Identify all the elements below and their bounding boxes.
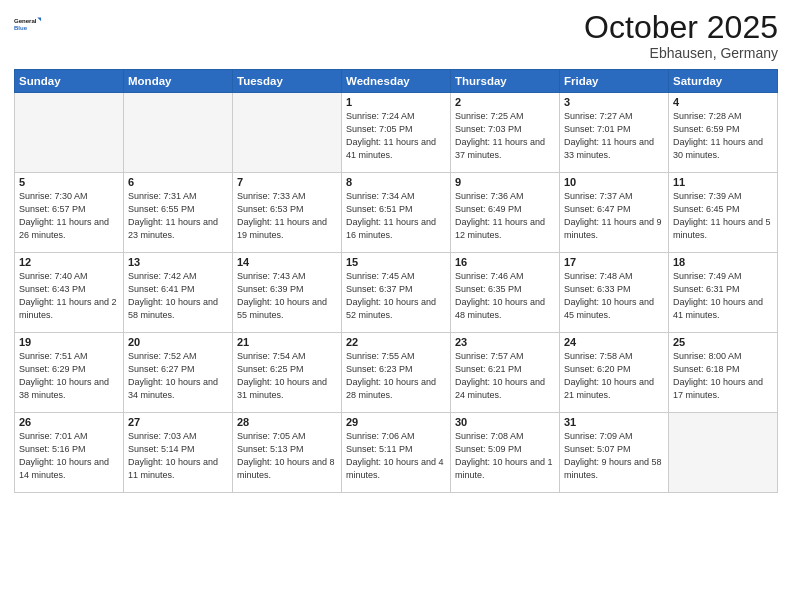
week-row-3: 12Sunrise: 7:40 AM Sunset: 6:43 PM Dayli… — [15, 253, 778, 333]
day-info-8: Sunrise: 7:34 AM Sunset: 6:51 PM Dayligh… — [346, 190, 446, 242]
day-number-26: 26 — [19, 416, 119, 428]
day-info-28: Sunrise: 7:05 AM Sunset: 5:13 PM Dayligh… — [237, 430, 337, 482]
page: GeneralBlue October 2025 Ebhausen, Germa… — [0, 0, 792, 612]
day-number-25: 25 — [673, 336, 773, 348]
day-info-17: Sunrise: 7:48 AM Sunset: 6:33 PM Dayligh… — [564, 270, 664, 322]
title-block: October 2025 Ebhausen, Germany — [584, 10, 778, 61]
day-info-25: Sunrise: 8:00 AM Sunset: 6:18 PM Dayligh… — [673, 350, 773, 402]
cell-w3-d6: 17Sunrise: 7:48 AM Sunset: 6:33 PM Dayli… — [560, 253, 669, 333]
day-number-30: 30 — [455, 416, 555, 428]
cell-w3-d1: 12Sunrise: 7:40 AM Sunset: 6:43 PM Dayli… — [15, 253, 124, 333]
day-info-1: Sunrise: 7:24 AM Sunset: 7:05 PM Dayligh… — [346, 110, 446, 162]
cell-w4-d1: 19Sunrise: 7:51 AM Sunset: 6:29 PM Dayli… — [15, 333, 124, 413]
cell-w1-d7: 4Sunrise: 7:28 AM Sunset: 6:59 PM Daylig… — [669, 93, 778, 173]
day-info-22: Sunrise: 7:55 AM Sunset: 6:23 PM Dayligh… — [346, 350, 446, 402]
day-info-30: Sunrise: 7:08 AM Sunset: 5:09 PM Dayligh… — [455, 430, 555, 482]
day-number-16: 16 — [455, 256, 555, 268]
cell-w3-d5: 16Sunrise: 7:46 AM Sunset: 6:35 PM Dayli… — [451, 253, 560, 333]
cell-w3-d3: 14Sunrise: 7:43 AM Sunset: 6:39 PM Dayli… — [233, 253, 342, 333]
day-info-31: Sunrise: 7:09 AM Sunset: 5:07 PM Dayligh… — [564, 430, 664, 482]
logo: GeneralBlue — [14, 10, 42, 38]
day-number-10: 10 — [564, 176, 664, 188]
day-number-23: 23 — [455, 336, 555, 348]
day-info-18: Sunrise: 7:49 AM Sunset: 6:31 PM Dayligh… — [673, 270, 773, 322]
day-number-17: 17 — [564, 256, 664, 268]
day-info-9: Sunrise: 7:36 AM Sunset: 6:49 PM Dayligh… — [455, 190, 555, 242]
day-info-14: Sunrise: 7:43 AM Sunset: 6:39 PM Dayligh… — [237, 270, 337, 322]
header-tuesday: Tuesday — [233, 70, 342, 93]
day-info-27: Sunrise: 7:03 AM Sunset: 5:14 PM Dayligh… — [128, 430, 228, 482]
header-monday: Monday — [124, 70, 233, 93]
header-saturday: Saturday — [669, 70, 778, 93]
day-info-2: Sunrise: 7:25 AM Sunset: 7:03 PM Dayligh… — [455, 110, 555, 162]
cell-w5-d7 — [669, 413, 778, 493]
day-number-24: 24 — [564, 336, 664, 348]
cell-w2-d6: 10Sunrise: 7:37 AM Sunset: 6:47 PM Dayli… — [560, 173, 669, 253]
cell-w4-d7: 25Sunrise: 8:00 AM Sunset: 6:18 PM Dayli… — [669, 333, 778, 413]
cell-w5-d4: 29Sunrise: 7:06 AM Sunset: 5:11 PM Dayli… — [342, 413, 451, 493]
day-number-6: 6 — [128, 176, 228, 188]
day-number-3: 3 — [564, 96, 664, 108]
header-wednesday: Wednesday — [342, 70, 451, 93]
svg-text:Blue: Blue — [14, 25, 28, 31]
day-number-2: 2 — [455, 96, 555, 108]
calendar-table: Sunday Monday Tuesday Wednesday Thursday… — [14, 69, 778, 493]
day-number-12: 12 — [19, 256, 119, 268]
day-number-27: 27 — [128, 416, 228, 428]
month-title: October 2025 — [584, 10, 778, 45]
header: GeneralBlue October 2025 Ebhausen, Germa… — [14, 10, 778, 61]
day-info-3: Sunrise: 7:27 AM Sunset: 7:01 PM Dayligh… — [564, 110, 664, 162]
cell-w2-d1: 5Sunrise: 7:30 AM Sunset: 6:57 PM Daylig… — [15, 173, 124, 253]
day-info-11: Sunrise: 7:39 AM Sunset: 6:45 PM Dayligh… — [673, 190, 773, 242]
day-number-19: 19 — [19, 336, 119, 348]
day-info-12: Sunrise: 7:40 AM Sunset: 6:43 PM Dayligh… — [19, 270, 119, 322]
day-info-5: Sunrise: 7:30 AM Sunset: 6:57 PM Dayligh… — [19, 190, 119, 242]
day-number-15: 15 — [346, 256, 446, 268]
day-info-4: Sunrise: 7:28 AM Sunset: 6:59 PM Dayligh… — [673, 110, 773, 162]
day-number-21: 21 — [237, 336, 337, 348]
day-number-14: 14 — [237, 256, 337, 268]
week-row-5: 26Sunrise: 7:01 AM Sunset: 5:16 PM Dayli… — [15, 413, 778, 493]
day-number-28: 28 — [237, 416, 337, 428]
day-info-29: Sunrise: 7:06 AM Sunset: 5:11 PM Dayligh… — [346, 430, 446, 482]
cell-w4-d3: 21Sunrise: 7:54 AM Sunset: 6:25 PM Dayli… — [233, 333, 342, 413]
day-number-22: 22 — [346, 336, 446, 348]
cell-w3-d7: 18Sunrise: 7:49 AM Sunset: 6:31 PM Dayli… — [669, 253, 778, 333]
cell-w3-d2: 13Sunrise: 7:42 AM Sunset: 6:41 PM Dayli… — [124, 253, 233, 333]
cell-w5-d5: 30Sunrise: 7:08 AM Sunset: 5:09 PM Dayli… — [451, 413, 560, 493]
day-number-4: 4 — [673, 96, 773, 108]
cell-w3-d4: 15Sunrise: 7:45 AM Sunset: 6:37 PM Dayli… — [342, 253, 451, 333]
cell-w2-d7: 11Sunrise: 7:39 AM Sunset: 6:45 PM Dayli… — [669, 173, 778, 253]
day-number-7: 7 — [237, 176, 337, 188]
cell-w5-d3: 28Sunrise: 7:05 AM Sunset: 5:13 PM Dayli… — [233, 413, 342, 493]
cell-w1-d6: 3Sunrise: 7:27 AM Sunset: 7:01 PM Daylig… — [560, 93, 669, 173]
cell-w2-d4: 8Sunrise: 7:34 AM Sunset: 6:51 PM Daylig… — [342, 173, 451, 253]
cell-w4-d4: 22Sunrise: 7:55 AM Sunset: 6:23 PM Dayli… — [342, 333, 451, 413]
week-row-4: 19Sunrise: 7:51 AM Sunset: 6:29 PM Dayli… — [15, 333, 778, 413]
cell-w4-d6: 24Sunrise: 7:58 AM Sunset: 6:20 PM Dayli… — [560, 333, 669, 413]
cell-w4-d5: 23Sunrise: 7:57 AM Sunset: 6:21 PM Dayli… — [451, 333, 560, 413]
svg-marker-2 — [37, 17, 41, 21]
day-number-1: 1 — [346, 96, 446, 108]
cell-w1-d5: 2Sunrise: 7:25 AM Sunset: 7:03 PM Daylig… — [451, 93, 560, 173]
day-number-29: 29 — [346, 416, 446, 428]
day-number-11: 11 — [673, 176, 773, 188]
cell-w2-d3: 7Sunrise: 7:33 AM Sunset: 6:53 PM Daylig… — [233, 173, 342, 253]
day-info-26: Sunrise: 7:01 AM Sunset: 5:16 PM Dayligh… — [19, 430, 119, 482]
day-info-7: Sunrise: 7:33 AM Sunset: 6:53 PM Dayligh… — [237, 190, 337, 242]
day-info-21: Sunrise: 7:54 AM Sunset: 6:25 PM Dayligh… — [237, 350, 337, 402]
cell-w1-d2 — [124, 93, 233, 173]
day-number-5: 5 — [19, 176, 119, 188]
logo-icon: GeneralBlue — [14, 10, 42, 38]
week-row-2: 5Sunrise: 7:30 AM Sunset: 6:57 PM Daylig… — [15, 173, 778, 253]
day-info-6: Sunrise: 7:31 AM Sunset: 6:55 PM Dayligh… — [128, 190, 228, 242]
cell-w5-d1: 26Sunrise: 7:01 AM Sunset: 5:16 PM Dayli… — [15, 413, 124, 493]
cell-w2-d2: 6Sunrise: 7:31 AM Sunset: 6:55 PM Daylig… — [124, 173, 233, 253]
day-number-13: 13 — [128, 256, 228, 268]
cell-w5-d2: 27Sunrise: 7:03 AM Sunset: 5:14 PM Dayli… — [124, 413, 233, 493]
day-number-31: 31 — [564, 416, 664, 428]
cell-w1-d1 — [15, 93, 124, 173]
cell-w2-d5: 9Sunrise: 7:36 AM Sunset: 6:49 PM Daylig… — [451, 173, 560, 253]
location: Ebhausen, Germany — [584, 45, 778, 61]
cell-w5-d6: 31Sunrise: 7:09 AM Sunset: 5:07 PM Dayli… — [560, 413, 669, 493]
